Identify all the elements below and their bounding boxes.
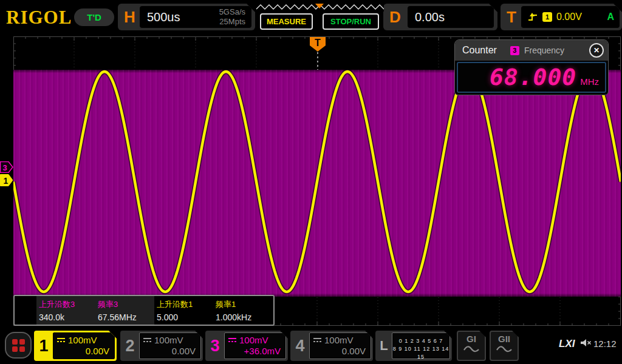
counter-title: Counter <box>462 45 497 56</box>
measure-button[interactable]: MEASURE <box>260 13 313 30</box>
counter-display: 68.000 MHz <box>457 62 606 93</box>
delay-menu[interactable]: D 0.00s <box>383 4 497 30</box>
ch1-position-marker[interactable]: 1 <box>0 174 13 186</box>
rigol-logo: RIGOL <box>6 7 72 29</box>
memory-depth: 25Mpts <box>219 17 245 27</box>
trigger-menu[interactable]: T 1 0.00V A <box>501 4 622 30</box>
logic-channels-button[interactable]: L 0 1 2 3 4 5 6 7 8 9 10 11 12 13 14 15 <box>375 331 452 361</box>
counter-unit: MHz <box>580 76 599 87</box>
speaker-muted-icon[interactable] <box>580 338 592 348</box>
sine-icon <box>496 345 513 352</box>
counter-mode: Frequency <box>524 46 564 55</box>
measurement-panel: 上升沿数3 340.0k 频率3 67.56MHz 上升沿数1 5.000 频率… <box>13 295 275 326</box>
measurement-item[interactable]: 频率1 1.000kHz <box>213 296 272 325</box>
dc-coupling-icon <box>143 337 152 343</box>
waveform-position-strip[interactable] <box>255 2 384 12</box>
counter-panel: Counter 3 Frequency ✕ 68.000 MHz <box>454 39 609 95</box>
svg-text:1: 1 <box>4 176 9 186</box>
t-label: T <box>507 8 516 27</box>
bottom-status-bar: 1 100mV 0.00V 2 100mV 0.00V <box>0 328 622 364</box>
generator-1-button[interactable]: GI <box>457 331 486 361</box>
counter-source-badge: 3 <box>510 46 519 55</box>
channel-2-button[interactable]: 2 100mV 0.00V <box>120 331 203 361</box>
measurement-item[interactable]: 频率3 67.56MHz <box>95 296 154 325</box>
dc-coupling-icon <box>56 337 66 343</box>
svg-text:3: 3 <box>3 163 7 172</box>
close-icon[interactable]: ✕ <box>589 43 604 58</box>
clock: 12:12 <box>593 339 617 349</box>
channel-3-button[interactable]: 3 100mV +36.0mV <box>205 331 288 361</box>
lxi-indicator[interactable]: LXI <box>559 338 575 350</box>
trigger-status-badge: T'D <box>74 8 114 26</box>
channel-4-button[interactable]: 4 100mV 0.00V <box>290 331 373 361</box>
dc-coupling-icon <box>313 337 322 343</box>
h-label: H <box>124 8 135 27</box>
generator-2-button[interactable]: GII <box>490 331 519 361</box>
dc-coupling-icon <box>228 337 237 343</box>
trigger-source-badge: 1 <box>542 12 552 22</box>
rising-edge-icon <box>527 12 538 22</box>
sample-rate: 5GSa/s <box>219 7 245 17</box>
d-label: D <box>389 8 401 27</box>
trigger-sweep-mode: A <box>607 12 614 22</box>
logic-row-0-7: 0 1 2 3 4 5 6 7 <box>392 337 449 345</box>
measurement-item[interactable]: 上升沿数1 5.000 <box>154 296 213 325</box>
menu-grid-icon <box>12 339 25 352</box>
ch3-position-marker[interactable]: 3 <box>0 161 13 173</box>
sine-icon <box>463 345 480 352</box>
timebase-value: 500us <box>147 10 180 24</box>
main-menu-button[interactable] <box>5 332 32 359</box>
horizontal-menu[interactable]: H 500us 5GSa/s 25Mpts <box>118 4 255 30</box>
logic-row-8-15: 8 9 10 11 12 13 14 15 <box>392 345 449 361</box>
delay-value: 0.00s <box>415 10 445 24</box>
top-status-bar: RIGOL T'D H 500us 5GSa/s 25Mpts MEASURE … <box>0 0 622 35</box>
counter-value: 68.000 <box>490 64 576 90</box>
stop-run-button[interactable]: STOP/RUN <box>323 13 379 30</box>
trigger-level: 0.00V <box>556 12 582 22</box>
channel-1-button[interactable]: 1 100mV 0.00V <box>34 331 117 361</box>
measurement-item[interactable]: 上升沿数3 340.0k <box>36 296 95 325</box>
counter-header: Counter 3 Frequency ✕ <box>455 40 608 61</box>
